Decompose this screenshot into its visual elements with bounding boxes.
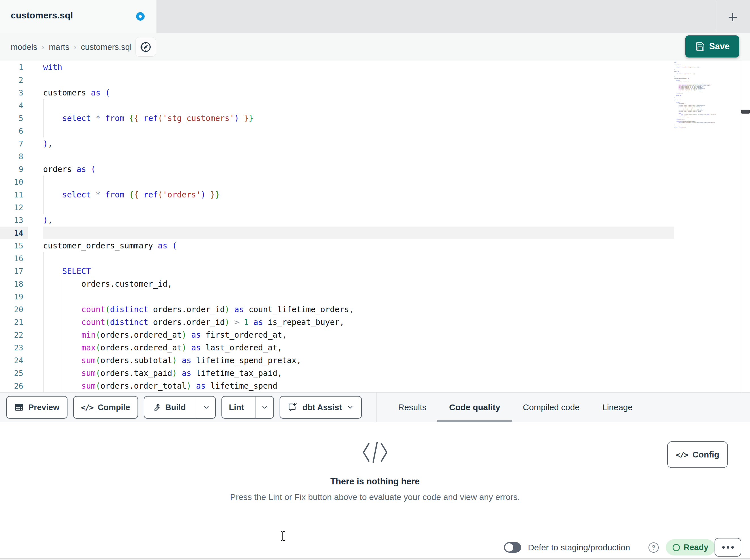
code-line[interactable]: max(orders.ordered_at) as last_ordered_a… (28, 341, 674, 354)
line-number[interactable]: 11 (0, 188, 28, 201)
tab-results[interactable]: Results (398, 392, 427, 422)
breadcrumb-item-file[interactable]: customers.sql (81, 42, 132, 52)
defer-label: Defer to staging/production (528, 536, 630, 559)
ready-status-icon (673, 544, 680, 551)
line-number[interactable]: 21 (0, 316, 28, 329)
code-line[interactable] (28, 290, 674, 303)
compass-icon (139, 41, 152, 54)
code-line[interactable] (28, 201, 674, 214)
line-number[interactable]: 26 (0, 379, 28, 392)
tab-code-quality[interactable]: Code quality (449, 392, 500, 422)
line-number[interactable]: 5 (0, 112, 28, 125)
code-line[interactable] (28, 125, 674, 138)
save-button-label: Save (709, 41, 730, 51)
scrollbar-thumb[interactable] (741, 110, 750, 113)
tab-lineage[interactable]: Lineage (602, 392, 633, 422)
empty-state: There is nothing here Press the Lint or … (230, 440, 520, 502)
line-number[interactable]: 19 (0, 290, 28, 303)
dbt-assist-button[interactable]: dbt Assist (280, 396, 361, 419)
lint-button[interactable]: Lint (222, 397, 251, 418)
line-number[interactable]: 10 (0, 175, 28, 188)
file-tab-customers-sql[interactable]: customers.sql (0, 0, 157, 33)
config-button[interactable]: </> Config (667, 441, 728, 468)
line-number[interactable]: 18 (0, 277, 28, 290)
code-line[interactable]: orders as ( (28, 163, 674, 175)
line-number[interactable]: 13 (0, 214, 28, 227)
editor-minimap[interactable]: withcustomers as ( select * from {{ ref(… (674, 62, 740, 128)
line-number[interactable]: 25 (0, 367, 28, 379)
toggle-knob (505, 543, 513, 552)
breadcrumb-separator: › (74, 43, 77, 51)
editor-toolbar: Preview </> Compile Build (0, 392, 750, 422)
code-line[interactable]: count(distinct orders.order_id) as count… (28, 303, 674, 316)
empty-state-subtitle: Press the Lint or Fix button above to ev… (230, 492, 520, 502)
chevron-down-icon (203, 403, 210, 411)
line-number[interactable]: 14 (0, 227, 28, 240)
assist-button-label: dbt Assist (302, 403, 342, 412)
lint-dropdown-button[interactable] (255, 397, 273, 418)
code-line[interactable] (28, 227, 674, 240)
line-number[interactable]: 22 (0, 329, 28, 341)
line-number[interactable]: 23 (0, 341, 28, 354)
defer-toggle[interactable] (504, 542, 521, 553)
code-line[interactable]: orders.customer_id, (28, 277, 674, 290)
code-line[interactable]: sum(orders.tax_paid) as lifetime_tax_pai… (28, 367, 674, 379)
line-number[interactable]: 20 (0, 303, 28, 316)
line-number[interactable]: 12 (0, 201, 28, 214)
code-line[interactable]: ), (28, 138, 674, 150)
code-brackets-icon: </> (676, 450, 688, 459)
line-number[interactable]: 1 (0, 61, 28, 74)
help-icon[interactable]: ? (649, 542, 659, 553)
code-line[interactable] (28, 99, 674, 112)
code-line[interactable] (28, 74, 674, 86)
lint-button-label: Lint (229, 403, 244, 412)
breadcrumb-item-models[interactable]: models (11, 42, 37, 52)
line-number[interactable]: 8 (0, 150, 28, 163)
preview-button-label: Preview (28, 403, 60, 412)
code-line[interactable]: customer_orders_summary as ( (28, 240, 674, 252)
line-number[interactable]: 6 (0, 125, 28, 138)
new-tab-button[interactable]: + (722, 7, 744, 27)
build-button[interactable]: Build (144, 397, 193, 418)
editor-code[interactable]: withcustomers as ( select * from {{ ref(… (28, 61, 674, 392)
code-quality-panel: There is nothing here Press the Lint or … (0, 422, 750, 536)
preview-table-icon (14, 402, 24, 412)
build-dropdown-button[interactable] (197, 397, 215, 418)
line-number[interactable]: 17 (0, 265, 28, 277)
line-number[interactable]: 15 (0, 240, 28, 252)
line-number[interactable]: 16 (0, 252, 28, 265)
more-options-button[interactable] (714, 538, 741, 557)
code-line[interactable] (28, 175, 674, 188)
code-line[interactable]: select * from {{ ref('stg_customers') }} (28, 112, 674, 125)
panel-tabs: Results Code quality Compiled code Linea… (398, 392, 633, 422)
tab-compiled-code[interactable]: Compiled code (523, 392, 579, 422)
code-line[interactable]: customers as ( (28, 86, 674, 99)
line-number[interactable]: 9 (0, 163, 28, 175)
preview-button[interactable]: Preview (6, 396, 67, 419)
code-line[interactable]: min(orders.ordered_at) as first_ordered_… (28, 329, 674, 341)
code-line[interactable]: SELECT (28, 265, 674, 277)
code-line[interactable]: sum(orders.subtotal) as lifetime_spend_p… (28, 354, 674, 367)
tab-bar: customers.sql + (0, 0, 750, 33)
code-brackets-icon: </> (81, 403, 93, 412)
line-number[interactable]: 24 (0, 354, 28, 367)
code-line[interactable]: sum(orders.order_total) as lifetime_spen… (28, 379, 674, 392)
line-number[interactable]: 7 (0, 138, 28, 150)
line-number[interactable]: 4 (0, 99, 28, 112)
compile-button-label: Compile (98, 403, 130, 412)
code-line[interactable]: count(distinct orders.order_id) > 1 as i… (28, 316, 674, 329)
build-button-label: Build (165, 403, 186, 412)
code-editor[interactable]: 1234567891011121314151617181920212223242… (0, 61, 750, 392)
code-line[interactable] (28, 252, 674, 265)
lineage-navigator-button[interactable] (135, 37, 156, 57)
breadcrumb-item-marts[interactable]: marts (49, 42, 70, 52)
code-line[interactable] (28, 150, 674, 163)
compile-button[interactable]: </> Compile (73, 396, 138, 419)
breadcrumb-separator: › (42, 43, 44, 51)
save-button[interactable]: Save (685, 36, 739, 58)
line-number[interactable]: 2 (0, 74, 28, 86)
line-number[interactable]: 3 (0, 86, 28, 99)
code-line[interactable]: select * from {{ ref('orders') }} (28, 188, 674, 201)
code-line[interactable]: ), (28, 214, 674, 227)
code-line[interactable]: with (28, 61, 674, 74)
